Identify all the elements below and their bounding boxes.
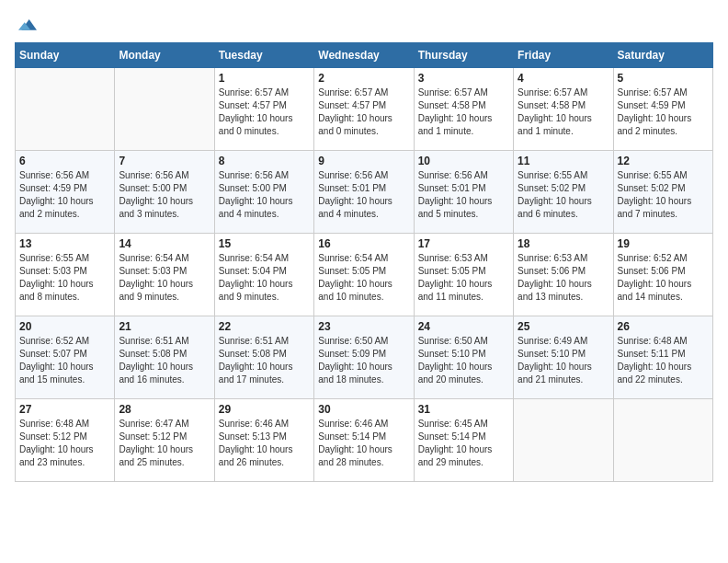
day-number: 31 (418, 403, 509, 416)
day-number: 14 (119, 237, 210, 250)
calendar-cell: 3Sunrise: 6:57 AM Sunset: 4:58 PM Daylig… (414, 68, 513, 151)
calendar-cell: 1Sunrise: 6:57 AM Sunset: 4:57 PM Daylig… (214, 68, 313, 151)
day-number: 11 (518, 155, 609, 167)
day-info: Sunrise: 6:57 AM Sunset: 4:57 PM Dayligh… (219, 86, 310, 138)
calendar-cell: 15Sunrise: 6:54 AM Sunset: 5:04 PM Dayli… (214, 234, 313, 316)
day-info: Sunrise: 6:47 AM Sunset: 5:12 PM Dayligh… (119, 418, 210, 469)
calendar-cell: 7Sunrise: 6:56 AM Sunset: 5:00 PM Daylig… (115, 151, 214, 234)
day-info: Sunrise: 6:46 AM Sunset: 5:13 PM Dayligh… (219, 418, 310, 469)
day-info: Sunrise: 6:57 AM Sunset: 4:59 PM Dayligh… (618, 86, 709, 138)
day-info: Sunrise: 6:56 AM Sunset: 4:59 PM Dayligh… (19, 169, 110, 221)
day-info: Sunrise: 6:55 AM Sunset: 5:03 PM Dayligh… (19, 252, 110, 304)
calendar-day-header: Friday (514, 43, 613, 68)
calendar-cell: 28Sunrise: 6:47 AM Sunset: 5:12 PM Dayli… (115, 399, 214, 482)
calendar-cell: 27Sunrise: 6:48 AM Sunset: 5:12 PM Dayli… (16, 399, 115, 482)
day-number: 15 (219, 237, 310, 250)
calendar-cell: 10Sunrise: 6:56 AM Sunset: 5:01 PM Dayli… (414, 151, 513, 234)
day-info: Sunrise: 6:54 AM Sunset: 5:05 PM Dayligh… (318, 252, 409, 304)
day-number: 26 (618, 320, 709, 333)
calendar-cell: 13Sunrise: 6:55 AM Sunset: 5:03 PM Dayli… (16, 234, 115, 316)
day-number: 30 (318, 403, 409, 416)
calendar-cell: 19Sunrise: 6:52 AM Sunset: 5:06 PM Dayli… (613, 234, 712, 316)
day-number: 20 (19, 320, 110, 333)
calendar-day-header: Sunday (16, 43, 115, 68)
day-number: 23 (318, 320, 409, 333)
day-number: 1 (219, 72, 310, 85)
day-info: Sunrise: 6:52 AM Sunset: 5:06 PM Dayligh… (618, 252, 709, 304)
day-info: Sunrise: 6:57 AM Sunset: 4:58 PM Dayligh… (418, 86, 509, 138)
calendar-cell (613, 399, 712, 482)
calendar-week-row: 20Sunrise: 6:52 AM Sunset: 5:07 PM Dayli… (16, 316, 713, 399)
calendar-cell: 11Sunrise: 6:55 AM Sunset: 5:02 PM Dayli… (514, 151, 613, 234)
calendar-cell (514, 399, 613, 482)
day-info: Sunrise: 6:52 AM Sunset: 5:07 PM Dayligh… (19, 335, 110, 386)
calendar-cell: 21Sunrise: 6:51 AM Sunset: 5:08 PM Dayli… (115, 316, 214, 399)
calendar-cell: 5Sunrise: 6:57 AM Sunset: 4:59 PM Daylig… (613, 68, 712, 151)
calendar-cell: 12Sunrise: 6:55 AM Sunset: 5:02 PM Dayli… (613, 151, 712, 234)
day-info: Sunrise: 6:53 AM Sunset: 5:05 PM Dayligh… (418, 252, 509, 304)
calendar-cell: 6Sunrise: 6:56 AM Sunset: 4:59 PM Daylig… (16, 151, 115, 234)
day-number: 16 (318, 237, 409, 250)
day-info: Sunrise: 6:51 AM Sunset: 5:08 PM Dayligh… (119, 335, 210, 386)
calendar-day-header: Monday (115, 43, 214, 68)
logo-icon (18, 15, 37, 33)
day-number: 6 (19, 155, 110, 167)
day-number: 12 (618, 155, 709, 167)
calendar-cell: 18Sunrise: 6:53 AM Sunset: 5:06 PM Dayli… (514, 234, 613, 316)
calendar-cell: 25Sunrise: 6:49 AM Sunset: 5:10 PM Dayli… (514, 316, 613, 399)
calendar-cell: 23Sunrise: 6:50 AM Sunset: 5:09 PM Dayli… (314, 316, 414, 399)
day-info: Sunrise: 6:57 AM Sunset: 4:58 PM Dayligh… (518, 86, 609, 138)
day-number: 17 (418, 237, 509, 250)
day-number: 28 (119, 403, 210, 416)
calendar-cell: 24Sunrise: 6:50 AM Sunset: 5:10 PM Dayli… (414, 316, 513, 399)
day-number: 21 (119, 320, 210, 333)
calendar-cell (16, 68, 115, 151)
day-info: Sunrise: 6:56 AM Sunset: 5:01 PM Dayligh… (418, 169, 509, 221)
page-header (15, 15, 713, 33)
calendar-header-row: SundayMondayTuesdayWednesdayThursdayFrid… (16, 43, 713, 68)
calendar-cell: 30Sunrise: 6:46 AM Sunset: 5:14 PM Dayli… (314, 399, 414, 482)
day-number: 27 (19, 403, 110, 416)
day-info: Sunrise: 6:56 AM Sunset: 5:01 PM Dayligh… (318, 169, 409, 221)
calendar-cell: 4Sunrise: 6:57 AM Sunset: 4:58 PM Daylig… (514, 68, 613, 151)
calendar-week-row: 27Sunrise: 6:48 AM Sunset: 5:12 PM Dayli… (16, 399, 713, 482)
day-info: Sunrise: 6:53 AM Sunset: 5:06 PM Dayligh… (518, 252, 609, 304)
day-info: Sunrise: 6:45 AM Sunset: 5:14 PM Dayligh… (418, 418, 509, 469)
day-info: Sunrise: 6:54 AM Sunset: 5:03 PM Dayligh… (119, 252, 210, 304)
day-info: Sunrise: 6:55 AM Sunset: 5:02 PM Dayligh… (618, 169, 709, 221)
calendar-day-header: Thursday (414, 43, 513, 68)
calendar-cell: 31Sunrise: 6:45 AM Sunset: 5:14 PM Dayli… (414, 399, 513, 482)
day-info: Sunrise: 6:56 AM Sunset: 5:00 PM Dayligh… (219, 169, 310, 221)
calendar-cell: 20Sunrise: 6:52 AM Sunset: 5:07 PM Dayli… (16, 316, 115, 399)
day-number: 2 (318, 72, 409, 85)
day-number: 5 (618, 72, 709, 85)
day-info: Sunrise: 6:54 AM Sunset: 5:04 PM Dayligh… (219, 252, 310, 304)
day-number: 9 (318, 155, 409, 167)
day-info: Sunrise: 6:48 AM Sunset: 5:11 PM Dayligh… (618, 335, 709, 386)
logo (15, 15, 37, 33)
day-info: Sunrise: 6:51 AM Sunset: 5:08 PM Dayligh… (219, 335, 310, 386)
day-number: 8 (219, 155, 310, 167)
day-number: 7 (119, 155, 210, 167)
calendar-day-header: Saturday (613, 43, 712, 68)
day-number: 24 (418, 320, 509, 333)
day-info: Sunrise: 6:49 AM Sunset: 5:10 PM Dayligh… (518, 335, 609, 386)
day-number: 4 (518, 72, 609, 85)
day-info: Sunrise: 6:50 AM Sunset: 5:10 PM Dayligh… (418, 335, 509, 386)
calendar-cell: 8Sunrise: 6:56 AM Sunset: 5:00 PM Daylig… (214, 151, 313, 234)
calendar-cell: 2Sunrise: 6:57 AM Sunset: 4:57 PM Daylig… (314, 68, 414, 151)
calendar-cell: 16Sunrise: 6:54 AM Sunset: 5:05 PM Dayli… (314, 234, 414, 316)
calendar-cell: 14Sunrise: 6:54 AM Sunset: 5:03 PM Dayli… (115, 234, 214, 316)
calendar-cell: 9Sunrise: 6:56 AM Sunset: 5:01 PM Daylig… (314, 151, 414, 234)
calendar-cell: 17Sunrise: 6:53 AM Sunset: 5:05 PM Dayli… (414, 234, 513, 316)
calendar-cell (115, 68, 214, 151)
day-number: 13 (19, 237, 110, 250)
day-number: 10 (418, 155, 509, 167)
day-number: 3 (418, 72, 509, 85)
calendar-cell: 26Sunrise: 6:48 AM Sunset: 5:11 PM Dayli… (613, 316, 712, 399)
day-number: 25 (518, 320, 609, 333)
day-info: Sunrise: 6:55 AM Sunset: 5:02 PM Dayligh… (518, 169, 609, 221)
calendar-week-row: 13Sunrise: 6:55 AM Sunset: 5:03 PM Dayli… (16, 234, 713, 316)
day-number: 18 (518, 237, 609, 250)
day-number: 19 (618, 237, 709, 250)
